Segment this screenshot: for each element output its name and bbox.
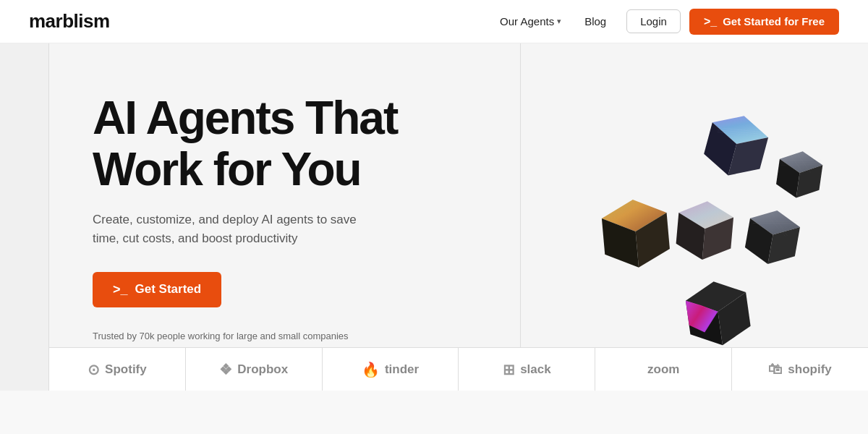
hero-title: AI Agents That Work for You	[93, 93, 397, 195]
prompt-icon: >_	[704, 15, 717, 28]
get-started-free-button[interactable]: >_ Get Started for Free	[689, 9, 839, 35]
brand-shopify: 🛍 shopify	[732, 348, 868, 391]
nav-blog[interactable]: Blog	[584, 15, 606, 27]
tinder-icon: 🔥	[362, 361, 380, 378]
spotify-icon: ⊙	[88, 361, 100, 378]
logo[interactable]: marblism	[29, 10, 110, 33]
dropbox-icon: ❖	[219, 361, 232, 378]
brand-zoom: zoom	[595, 348, 732, 391]
brand-spotify: ⊙ Spotify	[49, 348, 186, 391]
hero-content-area: AI Agents That Work for You Create, cust…	[49, 43, 521, 391]
nav-our-agents[interactable]: Our Agents ▾	[500, 15, 561, 27]
brand-dropbox: ❖ Dropbox	[186, 348, 323, 391]
trust-text: Trusted by 70k people working for large …	[93, 331, 397, 341]
hero-subtitle: Create, customize, and deploy AI agents …	[93, 210, 382, 249]
hero-text: AI Agents That Work for You Create, cust…	[93, 93, 397, 341]
chevron-down-icon: ▾	[557, 17, 561, 26]
hero-section: AI Agents That Work for You Create, cust…	[0, 43, 868, 391]
hero-get-started-button[interactable]: >_ Get Started	[93, 272, 221, 307]
shopify-icon: 🛍	[768, 361, 783, 378]
slack-icon: ⊞	[503, 361, 515, 378]
login-button[interactable]: Login	[626, 9, 681, 33]
nav-links: Our Agents ▾ Blog	[500, 15, 606, 27]
brand-tinder: 🔥 tinder	[323, 348, 459, 391]
brands-strip: ⊙ Spotify ❖ Dropbox 🔥 tinder ⊞ slack zoo…	[49, 347, 868, 391]
hero-left-border	[0, 43, 49, 391]
brand-slack: ⊞ slack	[459, 348, 595, 391]
prompt-icon: >_	[113, 282, 128, 297]
cubes-illustration	[557, 80, 832, 354]
navbar: marblism Our Agents ▾ Blog Login >_ Get …	[0, 0, 868, 43]
hero-image-area	[521, 43, 868, 391]
